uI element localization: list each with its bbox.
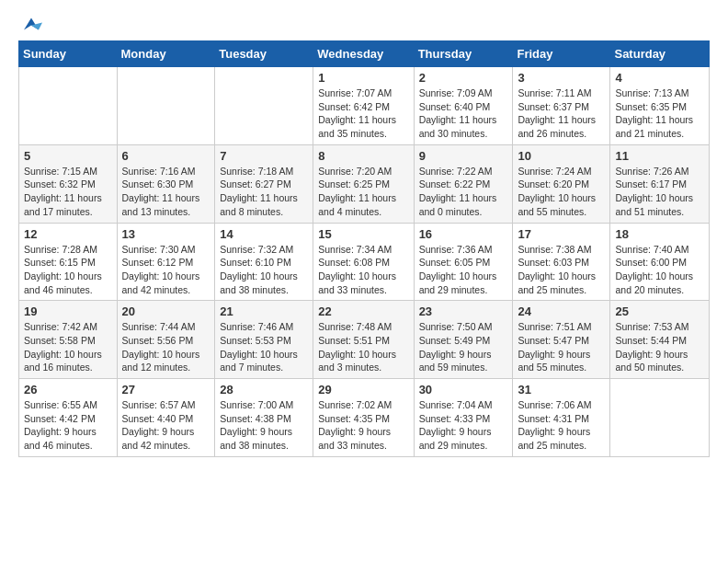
day-info: Sunrise: 7:13 AM Sunset: 6:35 PM Dayligh… (615, 86, 704, 141)
day-number: 25 (615, 304, 704, 318)
day-info: Sunrise: 7:11 AM Sunset: 6:37 PM Dayligh… (518, 86, 605, 141)
calendar-cell: 16Sunrise: 7:36 AM Sunset: 6:05 PM Dayli… (414, 223, 513, 301)
calendar-cell: 23Sunrise: 7:50 AM Sunset: 5:49 PM Dayli… (414, 301, 513, 379)
calendar-cell: 21Sunrise: 7:46 AM Sunset: 5:53 PM Dayli… (215, 301, 313, 379)
weekday-header-tuesday: Tuesday (215, 41, 313, 67)
logo-bird-icon (20, 15, 42, 33)
calendar-cell: 28Sunrise: 7:00 AM Sunset: 4:38 PM Dayli… (215, 379, 313, 457)
day-info: Sunrise: 7:38 AM Sunset: 6:03 PM Dayligh… (518, 243, 605, 297)
calendar-cell: 27Sunrise: 6:57 AM Sunset: 4:40 PM Dayli… (117, 379, 215, 457)
calendar-cell: 5Sunrise: 7:15 AM Sunset: 6:32 PM Daylig… (19, 144, 118, 223)
calendar-cell: 18Sunrise: 7:40 AM Sunset: 6:00 PM Dayli… (610, 223, 710, 301)
day-number: 8 (318, 149, 408, 163)
calendar-cell: 12Sunrise: 7:28 AM Sunset: 6:15 PM Dayli… (19, 223, 118, 301)
calendar-cell: 29Sunrise: 7:02 AM Sunset: 4:35 PM Dayli… (313, 379, 414, 457)
weekday-header-monday: Monday (117, 41, 215, 67)
day-number: 20 (122, 304, 210, 318)
day-number: 21 (220, 304, 308, 318)
week-row-1: 5Sunrise: 7:15 AM Sunset: 6:32 PM Daylig… (19, 144, 710, 223)
day-number: 11 (615, 149, 704, 163)
calendar-cell: 15Sunrise: 7:34 AM Sunset: 6:08 PM Dayli… (313, 223, 414, 301)
day-info: Sunrise: 7:30 AM Sunset: 6:12 PM Dayligh… (122, 243, 210, 297)
calendar-cell: 10Sunrise: 7:24 AM Sunset: 6:20 PM Dayli… (513, 144, 610, 223)
day-number: 23 (419, 304, 508, 318)
calendar-cell: 25Sunrise: 7:53 AM Sunset: 5:44 PM Dayli… (610, 301, 710, 379)
day-number: 3 (518, 71, 605, 85)
week-row-0: 1Sunrise: 7:07 AM Sunset: 6:42 PM Daylig… (19, 67, 710, 145)
logo (18, 15, 42, 33)
day-number: 19 (24, 304, 112, 318)
calendar-cell: 30Sunrise: 7:04 AM Sunset: 4:33 PM Dayli… (414, 379, 513, 457)
weekday-header-thursday: Thursday (414, 41, 513, 67)
calendar-cell: 6Sunrise: 7:16 AM Sunset: 6:30 PM Daylig… (117, 144, 215, 223)
day-info: Sunrise: 7:07 AM Sunset: 6:42 PM Dayligh… (318, 86, 408, 141)
weekday-header-saturday: Saturday (610, 41, 710, 67)
day-number: 15 (318, 227, 408, 241)
weekday-header-row: SundayMondayTuesdayWednesdayThursdayFrid… (19, 41, 710, 67)
day-number: 16 (419, 227, 508, 241)
calendar-cell: 19Sunrise: 7:42 AM Sunset: 5:58 PM Dayli… (19, 301, 118, 379)
calendar-cell: 11Sunrise: 7:26 AM Sunset: 6:17 PM Dayli… (610, 144, 710, 223)
day-info: Sunrise: 7:32 AM Sunset: 6:10 PM Dayligh… (220, 243, 308, 297)
day-number: 28 (220, 383, 308, 396)
page: SundayMondayTuesdayWednesdayThursdayFrid… (0, 0, 728, 472)
calendar: SundayMondayTuesdayWednesdayThursdayFrid… (18, 40, 710, 457)
day-number: 13 (122, 227, 210, 241)
day-number: 26 (24, 383, 112, 396)
day-number: 22 (318, 304, 408, 318)
day-number: 27 (122, 383, 210, 396)
day-info: Sunrise: 7:28 AM Sunset: 6:15 PM Dayligh… (24, 243, 112, 297)
day-number: 29 (318, 383, 408, 396)
week-row-2: 12Sunrise: 7:28 AM Sunset: 6:15 PM Dayli… (19, 223, 710, 301)
day-info: Sunrise: 7:51 AM Sunset: 5:47 PM Dayligh… (518, 320, 605, 374)
day-number: 17 (518, 227, 605, 241)
day-info: Sunrise: 6:55 AM Sunset: 4:42 PM Dayligh… (24, 398, 112, 453)
weekday-header-friday: Friday (513, 41, 610, 67)
calendar-cell: 14Sunrise: 7:32 AM Sunset: 6:10 PM Dayli… (215, 223, 313, 301)
calendar-cell: 20Sunrise: 7:44 AM Sunset: 5:56 PM Dayli… (117, 301, 215, 379)
calendar-cell: 4Sunrise: 7:13 AM Sunset: 6:35 PM Daylig… (610, 67, 710, 145)
day-number: 24 (518, 304, 605, 318)
day-info: Sunrise: 7:53 AM Sunset: 5:44 PM Dayligh… (615, 320, 704, 374)
day-info: Sunrise: 7:15 AM Sunset: 6:32 PM Dayligh… (24, 165, 112, 219)
day-info: Sunrise: 7:26 AM Sunset: 6:17 PM Dayligh… (615, 165, 704, 219)
calendar-cell (610, 379, 710, 457)
calendar-cell: 8Sunrise: 7:20 AM Sunset: 6:25 PM Daylig… (313, 144, 414, 223)
calendar-cell: 1Sunrise: 7:07 AM Sunset: 6:42 PM Daylig… (313, 67, 414, 145)
calendar-cell: 13Sunrise: 7:30 AM Sunset: 6:12 PM Dayli… (117, 223, 215, 301)
header (18, 15, 710, 33)
day-info: Sunrise: 7:50 AM Sunset: 5:49 PM Dayligh… (419, 320, 508, 374)
day-info: Sunrise: 7:06 AM Sunset: 4:31 PM Dayligh… (518, 398, 605, 453)
day-info: Sunrise: 7:42 AM Sunset: 5:58 PM Dayligh… (24, 320, 112, 374)
day-info: Sunrise: 7:04 AM Sunset: 4:33 PM Dayligh… (419, 398, 508, 453)
day-info: Sunrise: 7:18 AM Sunset: 6:27 PM Dayligh… (220, 165, 308, 219)
week-row-3: 19Sunrise: 7:42 AM Sunset: 5:58 PM Dayli… (19, 301, 710, 379)
calendar-cell (215, 67, 313, 145)
day-number: 6 (122, 149, 210, 163)
calendar-cell: 3Sunrise: 7:11 AM Sunset: 6:37 PM Daylig… (513, 67, 610, 145)
weekday-header-sunday: Sunday (19, 41, 118, 67)
day-info: Sunrise: 7:36 AM Sunset: 6:05 PM Dayligh… (419, 243, 508, 297)
calendar-cell: 31Sunrise: 7:06 AM Sunset: 4:31 PM Dayli… (513, 379, 610, 457)
calendar-cell: 2Sunrise: 7:09 AM Sunset: 6:40 PM Daylig… (414, 67, 513, 145)
calendar-cell: 26Sunrise: 6:55 AM Sunset: 4:42 PM Dayli… (19, 379, 118, 457)
day-number: 30 (419, 383, 508, 396)
day-number: 1 (318, 71, 408, 85)
calendar-cell: 7Sunrise: 7:18 AM Sunset: 6:27 PM Daylig… (215, 144, 313, 223)
day-number: 2 (419, 71, 508, 85)
day-info: Sunrise: 7:24 AM Sunset: 6:20 PM Dayligh… (518, 165, 605, 219)
day-number: 5 (24, 149, 112, 163)
day-info: Sunrise: 7:09 AM Sunset: 6:40 PM Dayligh… (419, 86, 508, 141)
day-info: Sunrise: 7:16 AM Sunset: 6:30 PM Dayligh… (122, 165, 210, 219)
day-number: 12 (24, 227, 112, 241)
week-row-4: 26Sunrise: 6:55 AM Sunset: 4:42 PM Dayli… (19, 379, 710, 457)
day-info: Sunrise: 7:22 AM Sunset: 6:22 PM Dayligh… (419, 165, 508, 219)
calendar-cell: 22Sunrise: 7:48 AM Sunset: 5:51 PM Dayli… (313, 301, 414, 379)
day-number: 4 (615, 71, 704, 85)
day-info: Sunrise: 7:00 AM Sunset: 4:38 PM Dayligh… (220, 398, 308, 453)
day-number: 7 (220, 149, 308, 163)
day-number: 10 (518, 149, 605, 163)
day-number: 9 (419, 149, 508, 163)
day-number: 14 (220, 227, 308, 241)
calendar-cell (19, 67, 118, 145)
